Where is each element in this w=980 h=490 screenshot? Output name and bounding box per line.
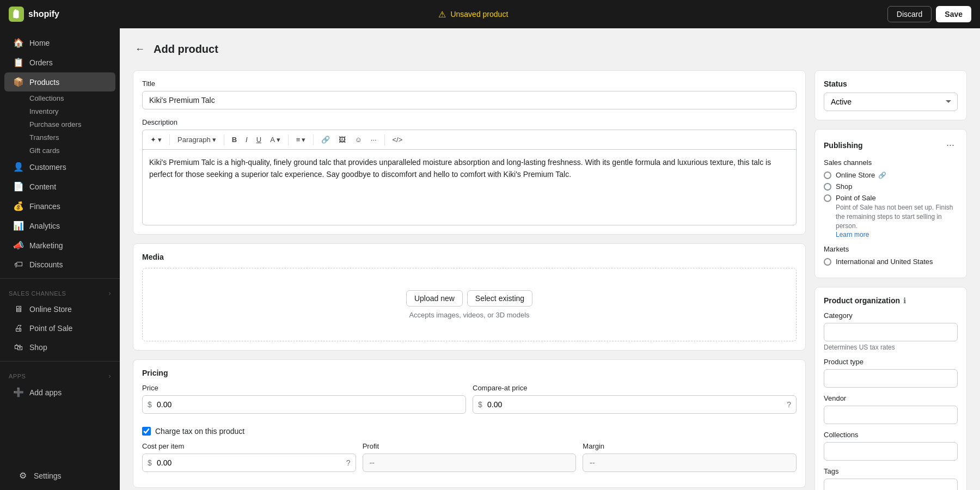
shop-channel-name: Shop	[836, 182, 852, 191]
rte-format-btn[interactable]: ✦ ▾	[147, 133, 165, 146]
sidebar-item-products[interactable]: 📦 Products	[4, 72, 115, 91]
tags-input[interactable]	[824, 479, 958, 490]
sidebar-item-settings[interactable]: ⚙ Settings	[9, 466, 111, 485]
status-card-title: Status	[824, 79, 958, 88]
online-store-info: Online Store 🔗	[836, 171, 886, 179]
online-store-name: Online Store	[836, 171, 875, 179]
sidebar-item-analytics[interactable]: 📊 Analytics	[4, 216, 115, 235]
rte-underline-btn[interactable]: U	[253, 133, 265, 146]
shop-dot	[824, 183, 831, 191]
rte-bold-btn[interactable]: B	[229, 133, 240, 146]
price-field-wrap: Price $	[142, 384, 466, 414]
collections-input[interactable]	[824, 442, 958, 461]
sidebar-sub-inventory[interactable]: Inventory	[4, 105, 115, 118]
cost-help-icon[interactable]: ?	[346, 458, 351, 467]
sidebar-item-orders[interactable]: 📋 Orders	[4, 53, 115, 72]
pos-info: Point of Sale Point of Sale has not been…	[836, 194, 958, 238]
vendor-field: Vendor	[824, 394, 958, 424]
prod-org-info-icon[interactable]: ℹ	[903, 296, 906, 305]
main-content: ← Add product Title Description ✦	[120, 28, 980, 490]
apps-expand-icon[interactable]: ›	[109, 372, 112, 380]
compare-price-input[interactable]	[473, 395, 797, 414]
cost-currency: $	[148, 458, 152, 467]
rte-sep-5	[384, 134, 385, 145]
rte-sep-2	[224, 134, 224, 145]
shop-icon: 🛍	[13, 342, 24, 352]
publishing-more-btn[interactable]: ···	[943, 138, 958, 152]
sidebar-item-online-store[interactable]: 🖥 Online Store	[4, 300, 115, 318]
rte-italic-btn[interactable]: I	[242, 133, 251, 146]
sidebar-content-label: Content	[29, 182, 56, 191]
rte-content[interactable]: Kiki's Premium Talc is a high-quality, f…	[142, 149, 797, 225]
rte-align-btn[interactable]: ≡ ▾	[293, 133, 309, 146]
markets-value: International and United States	[836, 258, 933, 266]
sidebar-item-finances[interactable]: 💰 Finances	[4, 197, 115, 216]
sidebar-item-customers[interactable]: 👤 Customers	[4, 157, 115, 176]
discounts-icon: 🏷	[13, 260, 24, 270]
rte-paragraph-btn[interactable]: Paragraph ▾	[174, 133, 219, 146]
online-store-action-icon[interactable]: 🔗	[878, 171, 886, 179]
online-store-dot	[824, 171, 831, 179]
pricing-title: Pricing	[142, 369, 797, 377]
charge-tax-label: Charge tax on this product	[155, 427, 244, 436]
rte-text-color-btn[interactable]: A ▾	[267, 133, 284, 146]
rte-link-btn[interactable]: 🔗	[318, 133, 333, 146]
content-icon: 📄	[13, 181, 24, 192]
save-button[interactable]: Save	[936, 6, 971, 22]
sidebar-sub-transfers[interactable]: Transfers	[4, 131, 115, 144]
product-type-input[interactable]	[824, 369, 958, 388]
back-button[interactable]: ←	[133, 41, 147, 57]
sidebar-item-home[interactable]: 🏠 Home	[4, 33, 115, 52]
sidebar-item-content[interactable]: 📄 Content	[4, 177, 115, 196]
price-input[interactable]	[142, 395, 466, 414]
content-grid: Title Description ✦ ▾ Paragraph	[133, 70, 967, 490]
title-input[interactable]	[142, 91, 797, 109]
sidebar-item-discounts[interactable]: 🏷 Discounts	[4, 255, 115, 274]
sidebar-sub-purchase-orders[interactable]: Purchase orders	[4, 118, 115, 131]
sidebar-sub-collections[interactable]: Collections	[4, 92, 115, 105]
status-select[interactable]: Active Draft	[824, 93, 958, 111]
sales-channels-expand-icon[interactable]: ›	[109, 290, 112, 297]
paragraph-label: Paragraph	[177, 136, 211, 144]
sidebar-item-point-of-sale[interactable]: 🖨 Point of Sale	[4, 319, 115, 338]
rte-code-btn[interactable]: </>	[389, 133, 406, 146]
sidebar-analytics-label: Analytics	[29, 222, 60, 230]
profit-input	[363, 454, 577, 472]
media-hint: Accepts images, videos, or 3D models	[409, 311, 529, 319]
online-store-icon: 🖥	[13, 304, 24, 314]
charge-tax-checkbox[interactable]	[142, 427, 151, 436]
align-icon: ≡	[296, 136, 301, 144]
sidebar-item-marketing[interactable]: 📣 Marketing	[4, 236, 115, 255]
channel-point-of-sale: Point of Sale Point of Sale has not been…	[824, 194, 958, 238]
category-input[interactable]	[824, 323, 958, 341]
vendor-input[interactable]	[824, 406, 958, 424]
cost-input[interactable]	[142, 454, 356, 472]
logo-text: shopify	[28, 9, 59, 19]
warning-icon: ⚠	[438, 9, 446, 20]
product-organization-card: Product organization ℹ Category Determin…	[814, 287, 967, 490]
upload-new-button[interactable]: Upload new	[406, 290, 463, 307]
collections-label: Collections	[824, 431, 958, 439]
sidebar-item-add-apps[interactable]: ➕ Add apps	[4, 383, 115, 402]
compare-price-field-wrap: Compare-at price $ ?	[473, 384, 797, 414]
rte-more-btn[interactable]: ···	[367, 133, 380, 146]
price-field: $	[142, 395, 466, 414]
price-label: Price	[142, 384, 466, 392]
rte-sep-4	[313, 134, 314, 145]
price-row: Price $ Compare-at price $ ?	[142, 384, 797, 420]
sidebar-sub-gift-cards[interactable]: Gift cards	[4, 144, 115, 157]
status-card: Status Active Draft	[814, 70, 967, 120]
pos-learn-more-link[interactable]: Learn more	[836, 231, 869, 238]
rte-media-btn[interactable]: 🖼	[335, 133, 349, 146]
rte-emoji-btn[interactable]: ☺	[351, 133, 365, 146]
sidebar-item-shop[interactable]: 🛍 Shop	[4, 338, 115, 357]
compare-price-help-icon[interactable]: ?	[787, 400, 791, 409]
title-label: Title	[142, 79, 797, 88]
compare-currency: $	[478, 400, 482, 409]
markets-dot	[824, 258, 831, 266]
select-existing-button[interactable]: Select existing	[467, 290, 532, 307]
description-section: Description ✦ ▾ Paragraph ▾	[142, 118, 797, 225]
discard-button[interactable]: Discard	[887, 6, 932, 22]
topbar-actions: Discard Save	[887, 6, 971, 22]
publishing-header: Publishing ···	[824, 138, 958, 152]
